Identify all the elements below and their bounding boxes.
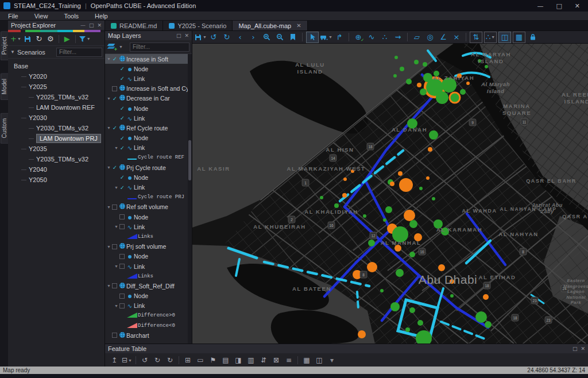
split-view-button[interactable]: ◫ — [498, 32, 511, 43]
settings-button[interactable]: ⚙ — [45, 34, 56, 44]
dropdown-caret-icon[interactable]: ▼ — [128, 358, 132, 362]
minimize-button[interactable]: — — [537, 2, 543, 10]
layer-tree-item[interactable]: Cycle route REF — [105, 153, 188, 163]
layer-checkbox-checked[interactable]: ✓ — [111, 56, 118, 62]
layer-tree-item[interactable]: Node — [105, 212, 188, 222]
layer-tree-item[interactable]: ▼∿Link — [105, 301, 188, 311]
layer-checkbox-unchecked[interactable] — [112, 86, 117, 91]
layer-tree-item[interactable]: ▼Ref soft volume — [105, 202, 188, 212]
layer-checkbox-checked[interactable]: ✓ — [111, 95, 118, 102]
edit-links-button[interactable]: ∿ — [365, 32, 378, 43]
expand-caret-icon[interactable]: ▼ — [114, 186, 119, 190]
tab-map-all-cube-map[interactable]: Map_All.cube-map✕ — [233, 21, 307, 30]
refresh-button[interactable]: ↻ — [34, 34, 44, 44]
more-button[interactable]: ▾ — [326, 355, 338, 365]
layer-tree-item[interactable]: ✓Node — [105, 172, 188, 182]
scenario-tree-item[interactable]: Y2025_TDMs_v32 — [8, 92, 105, 102]
expand-caret-icon[interactable]: ▼ — [114, 264, 119, 268]
layer-checkbox-unchecked[interactable] — [112, 333, 117, 338]
zoom-out-button[interactable] — [273, 32, 286, 43]
point-style-button[interactable]: ∴▼ — [484, 32, 497, 43]
layer-tree-item[interactable]: Difference>0 — [105, 311, 188, 321]
scenario-tree-item[interactable]: Y2020 — [8, 71, 105, 82]
layer-checkbox-unchecked[interactable] — [119, 264, 125, 269]
add-row-button[interactable]: ⊞ — [182, 355, 194, 365]
layer-checkbox-checked[interactable]: ✓ — [119, 145, 126, 151]
tab-y2025-scenario[interactable]: Y2025 - Scenario — [163, 21, 233, 30]
layer-checkbox-unchecked[interactable] — [119, 224, 125, 229]
refresh-button[interactable]: ↻ — [164, 355, 176, 365]
layer-tree-item[interactable]: ▼✓∿Link — [105, 182, 188, 192]
layer-checkbox-unchecked[interactable] — [119, 254, 125, 259]
expand-caret-icon[interactable]: ▼ — [106, 245, 111, 249]
scenario-tree-item[interactable]: LAM Downtown REF — [8, 102, 105, 113]
layer-checkbox-unchecked[interactable] — [119, 214, 125, 219]
close-button[interactable]: ✕ — [575, 2, 580, 10]
layer-tree-item[interactable]: ▼✓Ref Cycle route — [105, 123, 188, 133]
scenarios-section-header[interactable]: ▼ Scenarios — [8, 46, 105, 59]
walk-flag-button[interactable]: ⚑ — [207, 355, 219, 365]
row-ops-button[interactable]: ⇵ — [258, 355, 269, 365]
layer-checkbox-checked[interactable]: ✓ — [119, 75, 126, 82]
grid-view-button[interactable]: ▦ — [513, 32, 525, 43]
layer-filter-input[interactable] — [130, 43, 189, 52]
expand-caret-icon[interactable]: ▼ — [114, 304, 119, 308]
layer-scrollbar[interactable] — [188, 54, 192, 344]
dropdown-caret-icon[interactable]: ▼ — [328, 35, 332, 39]
expand-caret-icon[interactable]: ▼ — [106, 165, 111, 169]
expand-caret-icon[interactable]: ▼ — [114, 225, 119, 229]
layer-checkbox-unchecked[interactable] — [119, 294, 125, 299]
scenario-filter-input[interactable] — [56, 48, 102, 57]
minimize-panel-icon[interactable]: — — [80, 22, 86, 28]
expand-caret-icon[interactable]: ▼ — [106, 284, 111, 288]
layer-checkbox-checked[interactable]: ✓ — [111, 125, 118, 131]
layer-checkbox-checked[interactable]: ✓ — [111, 164, 118, 171]
layer-tree-item[interactable]: Links — [105, 232, 188, 241]
scenario-tree-item[interactable]: Y2030 — [8, 113, 105, 123]
add-transit-button[interactable]: +▼ — [320, 32, 332, 43]
columns-button[interactable]: ▦ — [301, 355, 312, 365]
expand-caret-icon[interactable]: ▼ — [106, 97, 111, 101]
layer-tree-item[interactable]: ▼Diff_Soft_Ref_Diff — [105, 281, 188, 291]
link-profile-button[interactable]: ⇝ — [392, 32, 404, 43]
polygon-select-button[interactable]: ▱ — [411, 32, 423, 43]
save-map-button[interactable]: ▼ — [194, 32, 207, 43]
measure-button[interactable]: ∠ — [437, 32, 450, 43]
add-layer-icon[interactable]: + — [107, 43, 117, 51]
scenario-tree-item[interactable]: Y2040 — [8, 164, 105, 175]
layer-tree-item[interactable]: ▼✓∿Link — [105, 143, 188, 153]
add-scenario-button[interactable]: +▼ — [10, 34, 21, 44]
table-info-button[interactable]: ◫ — [314, 355, 325, 365]
layer-tree-item[interactable]: ▼∿Link — [105, 261, 188, 271]
layer-checkbox-checked[interactable]: ✓ — [119, 105, 126, 111]
sort-order-button[interactable]: ⇅ — [470, 32, 482, 43]
layer-checkbox-checked[interactable]: ✓ — [119, 115, 126, 121]
layer-tree-item[interactable]: ▼∿Link — [105, 222, 188, 232]
menu-help[interactable]: Help — [87, 13, 116, 20]
menu-view[interactable]: View — [26, 13, 56, 20]
vehicle-button[interactable]: ▭ — [195, 355, 206, 365]
float-panel-icon[interactable]: □ — [572, 346, 578, 352]
layer-checkbox-unchecked[interactable] — [112, 283, 117, 288]
layer-checkbox-unchecked[interactable] — [112, 205, 117, 210]
layer-checkbox-unchecked[interactable] — [119, 303, 125, 308]
map-canvas[interactable]: 121614121681818232423891118AL LULUISLAND… — [192, 44, 588, 344]
layer-tree-item[interactable]: Difference<0 — [105, 321, 188, 330]
dropdown-caret-icon[interactable]: ▼ — [203, 35, 207, 39]
layer-checkbox-checked[interactable]: ✓ — [119, 174, 126, 180]
prev-extent-button[interactable]: ‹ — [234, 32, 246, 43]
layer-checkbox-unchecked[interactable] — [112, 244, 117, 249]
layer-tree-item[interactable]: ✓∿Link — [105, 74, 188, 83]
layer-tree-item[interactable]: ▼Prj soft volume — [105, 242, 188, 252]
scenario-tree-item[interactable]: Y2025 — [8, 82, 105, 92]
dropdown-caret-icon[interactable]: ▼ — [17, 37, 21, 41]
undo-button[interactable]: ↺ — [139, 355, 150, 365]
lock-button[interactable] — [527, 32, 539, 43]
scenario-tree-item[interactable]: Y2035_TDMs_v32 — [8, 154, 105, 164]
copy-button[interactable]: ▤ — [220, 355, 231, 365]
layer-checkbox-checked[interactable]: ✓ — [119, 135, 126, 141]
scrollbar-thumb[interactable] — [188, 140, 191, 180]
expand-caret-icon[interactable]: ▼ — [106, 205, 111, 209]
menu-tools[interactable]: Tools — [56, 13, 87, 20]
layer-tree-item[interactable]: Node — [105, 252, 188, 261]
